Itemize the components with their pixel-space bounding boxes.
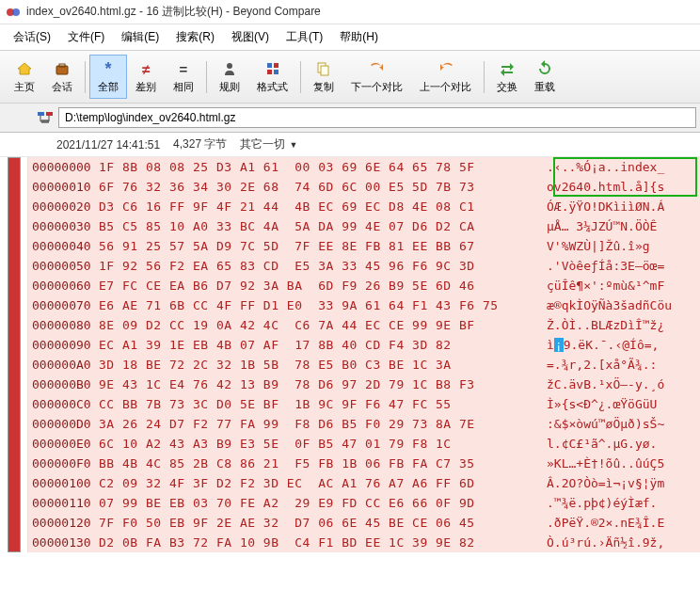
hex-ascii[interactable]: æ®qkÌOÿÑà3šadñCöu	[541, 295, 672, 315]
hex-ascii[interactable]: .'VòêeƒÍå:3E–öœ=	[541, 256, 664, 276]
asterisk-icon: *	[99, 59, 118, 78]
hex-bytes[interactable]: B5 C5 85 10 A0 33 BC 4A 5A DA 99 4E 07 D…	[99, 216, 541, 236]
home-button[interactable]: 主页	[6, 55, 43, 99]
hex-ascii[interactable]: µÅ… 3¼JZÚ™N.ÖÒÊ	[541, 216, 657, 236]
hex-bytes[interactable]: 9E 43 1C E4 76 42 13 B9 78 D6 97 2D 79 1…	[99, 375, 541, 394]
next-diff-button[interactable]: 下一个对比	[342, 55, 411, 99]
hex-bytes[interactable]: D2 0B FA B3 72 FA 10 9B C4 F1 BD EE 1C 3…	[99, 533, 541, 552]
hex-bytes[interactable]: 07 99 BE EB 03 70 FE A2 29 E9 FD CC E6 6…	[99, 493, 541, 513]
svg-marker-2	[18, 63, 31, 74]
hex-bytes[interactable]: 1F 8B 08 08 25 D3 A1 61 00 03 69 6E 64 6…	[99, 157, 541, 177]
hex-row[interactable]: 000000F0BB 4B 4C 85 2B C8 86 21 F5 FB 1B…	[28, 454, 700, 473]
hex-bytes[interactable]: 6F 76 32 36 34 30 2E 68 74 6D 6C 00 E5 5…	[99, 177, 541, 197]
file-tree-icon[interactable]	[36, 108, 55, 127]
hex-row[interactable]: 000000E06C 10 A2 43 A3 B9 E3 5E 0F B5 47…	[28, 434, 700, 454]
hex-ascii[interactable]: Ò.ú³rú.›Äñ½î.9ž‚	[541, 533, 664, 552]
hex-ascii[interactable]: V'%WZÙ|]Žû.î»g	[541, 236, 650, 256]
menu-session[interactable]: 会话(S)	[8, 26, 56, 48]
prev-diff-button[interactable]: 上一个对比	[411, 55, 480, 99]
hex-row[interactable]: 0000011007 99 BE EB 03 70 FE A2 29 E9 FD…	[28, 493, 700, 513]
hex-view[interactable]: 000000001F 8B 08 08 25 D3 A1 61 00 03 69…	[28, 157, 700, 552]
hex-row[interactable]: 000000001F 8B 08 08 25 D3 A1 61 00 03 69…	[28, 157, 700, 177]
hex-bytes[interactable]: 7F F0 50 EB 9F 2E AE 32 D7 06 6E 45 BE C…	[99, 513, 541, 533]
hex-row[interactable]: 00000070E6 AE 71 6B CC 4F FF D1 E0 33 9A…	[28, 295, 700, 315]
hex-row[interactable]: 00000100C2 09 32 4F 3F D2 F2 3D EC AC A1…	[28, 473, 700, 493]
hex-offset: 000000B0	[28, 375, 99, 394]
hex-bytes[interactable]: 6C 10 A2 43 A3 B9 E3 5E 0F B5 47 01 79 F…	[99, 434, 541, 454]
hex-row[interactable]: 00000030B5 C5 85 10 A0 33 BC 4A 5A DA 99…	[28, 216, 700, 236]
hex-bytes[interactable]: EC A1 39 1E EB 4B 07 AF 17 8B 40 CD F4 3…	[99, 335, 541, 355]
hex-row[interactable]: 0000004056 91 25 57 5A D9 7C 5D 7F EE 8E…	[28, 236, 700, 256]
filter-dropdown[interactable]: 其它一切▼	[240, 136, 297, 152]
hex-row[interactable]: 000000808E 09 D2 CC 19 0A 42 4C C6 7A 44…	[28, 315, 700, 335]
rules-label: 规则	[219, 80, 240, 94]
hex-ascii[interactable]: ÓÆ.ÿŸO!DKìiìØN.Á	[541, 197, 664, 216]
all-button[interactable]: * 全部	[89, 55, 127, 99]
hex-ascii[interactable]: .ðPëŸ.®2×.nE¾Î.E	[541, 513, 664, 533]
hex-ascii[interactable]: Â.2O?Òò=ì¬¡v§¦ÿm	[541, 473, 664, 493]
hex-ascii[interactable]: çüÎê¶×':ºmù&¹^mF	[541, 276, 664, 295]
hex-bytes[interactable]: 56 91 25 57 5A D9 7C 5D 7F EE 8E FB 81 E…	[99, 236, 541, 256]
hex-row[interactable]: 00000090EC A1 39 1E EB 4B 07 AF 17 8B 40…	[28, 335, 700, 355]
reload-icon	[535, 59, 554, 78]
svg-rect-9	[274, 70, 278, 74]
hex-bytes[interactable]: E6 AE 71 6B CC 4F FF D1 E0 33 9A 61 64 F…	[99, 295, 541, 315]
format-button[interactable]: 格式式	[248, 55, 296, 99]
hex-offset: 000000C0	[28, 394, 99, 414]
hex-ascii[interactable]: .‹..%Ó¡a..index_	[541, 157, 664, 177]
hex-bytes[interactable]: C2 09 32 4F 3F D2 F2 3D EC AC A1 76 A7 A…	[99, 473, 541, 493]
hex-row[interactable]: 00000020D3 C6 16 FF 9F 4F 21 44 4B EC 69…	[28, 197, 700, 216]
hex-bytes[interactable]: BB 4B 4C 85 2B C8 86 21 F5 FB 1B 06 FB F…	[99, 454, 541, 473]
diff-label: 差别	[135, 80, 156, 94]
hex-row[interactable]: 000001207F F0 50 EB 9F 2E AE 32 D7 06 6E…	[28, 513, 700, 533]
menu-view[interactable]: 视图(V)	[226, 26, 275, 48]
hex-row[interactable]: 00000130D2 0B FA B3 72 FA 10 9B C4 F1 BD…	[28, 533, 700, 552]
hex-ascii[interactable]: ov2640.html.å]{s	[541, 177, 664, 197]
toolbar-separator	[85, 61, 86, 93]
hex-ascii[interactable]: Ì»{s<Ð^¿.œŸöGüU	[541, 394, 657, 414]
hex-row[interactable]: 000000501F 92 56 F2 EA 65 83 CD E5 3A 33…	[28, 256, 700, 276]
svg-point-1	[12, 8, 20, 16]
session-button[interactable]: 会话	[43, 55, 81, 99]
menu-edit[interactable]: 编辑(E)	[116, 26, 165, 48]
hex-row[interactable]: 000000D03A 26 24 D7 F2 77 FA 99 F8 D6 B5…	[28, 414, 700, 434]
hex-row[interactable]: 000000A03D 18 BE 72 2C 32 1B 5B 78 E5 B0…	[28, 355, 700, 375]
hex-bytes[interactable]: E7 FC CE EA B6 D7 92 3A BA 6D F9 26 B9 5…	[99, 276, 541, 295]
chevron-down-icon: ▼	[289, 140, 297, 150]
hex-ascii[interactable]: :&$×òwú™øÖµð)sŠ~	[541, 414, 664, 434]
copy-button[interactable]: 复制	[305, 55, 342, 99]
menu-search[interactable]: 搜索(R)	[170, 26, 220, 48]
swap-button[interactable]: 交换	[488, 55, 526, 99]
reload-button[interactable]: 重载	[526, 55, 564, 99]
hex-bytes[interactable]: 1F 92 56 F2 EA 65 83 CD E5 3A 33 45 96 F…	[99, 256, 541, 276]
file-path-input[interactable]: D:\temp\log\index_ov2640.html.gz	[58, 107, 696, 128]
hex-ascii[interactable]: »KL…+È†!õû..ûúÇ5	[541, 454, 664, 473]
same-button[interactable]: = 相同	[165, 55, 202, 99]
hex-ascii[interactable]: .™¾ë.pþ¢)éýÌæf.	[541, 493, 657, 513]
hex-row[interactable]: 000000B09E 43 1C E4 76 42 13 B9 78 D6 97…	[28, 375, 700, 394]
hex-bytes[interactable]: CC BB 7B 73 3C D0 5E BF 1B 9C 9F F6 47 F…	[99, 394, 541, 414]
hex-row[interactable]: 000000106F 76 32 36 34 30 2E 68 74 6D 6C…	[28, 177, 700, 197]
hex-ascii[interactable]: žC.ävB.¹xÖ—-y.¸ó	[541, 375, 664, 394]
session-label: 会话	[52, 80, 72, 94]
hex-ascii[interactable]: l.¢C£¹ã^.µG.yø.	[541, 434, 657, 454]
hex-bytes[interactable]: 3A 26 24 D7 F2 77 FA 99 F8 D6 B5 F0 29 7…	[99, 414, 541, 434]
hex-bytes[interactable]: 8E 09 D2 CC 19 0A 42 4C C6 7A 44 EC CE 9…	[99, 315, 541, 335]
rules-button[interactable]: 规则	[211, 55, 248, 99]
next-diff-label: 下一个对比	[351, 80, 403, 94]
diff-button[interactable]: ≠ 差别	[127, 55, 165, 99]
hex-ascii[interactable]: Ž.ÒÌ..BLÆzDìÎ™ž¿	[541, 315, 664, 335]
svg-rect-8	[267, 70, 272, 74]
notequal-icon: ≠	[136, 59, 155, 78]
hex-row[interactable]: 00000060E7 FC CE EA B6 D7 92 3A BA 6D F9…	[28, 276, 700, 295]
menu-help[interactable]: 帮助(H)	[334, 26, 384, 48]
menu-file[interactable]: 文件(F)	[62, 26, 110, 48]
hex-ascii[interactable]: ì¡9.ëK.¯.‹@Íô=‚	[541, 335, 659, 355]
hex-bytes[interactable]: 3D 18 BE 72 2C 32 1B 5B 78 E5 B0 C3 BE 1…	[99, 355, 541, 375]
hex-ascii[interactable]: =.¾r,2.[xå°Ã¾.:	[541, 355, 657, 375]
menu-tools[interactable]: 工具(T)	[280, 26, 328, 48]
hex-bytes[interactable]: D3 C6 16 FF 9F 4F 21 44 4B EC 69 EC D8 4…	[99, 197, 541, 216]
diff-thumbnail-gutter[interactable]	[0, 157, 28, 552]
hex-row[interactable]: 000000C0CC BB 7B 73 3C D0 5E BF 1B 9C 9F…	[28, 394, 700, 414]
title-bar: index_ov2640.html.gz - 16 进制比较(H) - Beyo…	[0, 0, 700, 24]
